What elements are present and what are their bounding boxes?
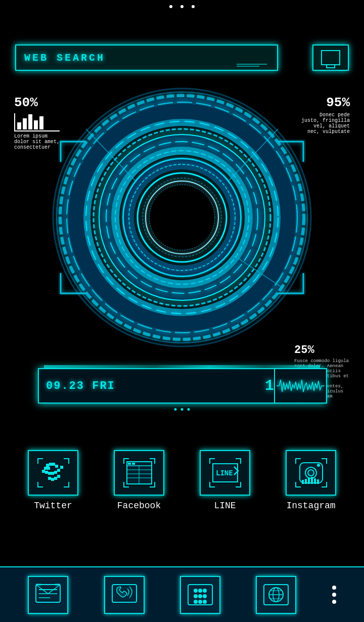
facebook-label: Facebook: [117, 501, 161, 511]
hud-circle: [35, 71, 329, 369]
svg-point-78: [198, 589, 202, 593]
line-label: LINE: [214, 501, 236, 511]
svg-rect-45: [57, 469, 60, 472]
svg-rect-69: [317, 479, 319, 484]
waveform-box: [274, 368, 327, 404]
svg-rect-66: [308, 478, 310, 484]
facebook-icon-box[interactable]: [114, 450, 164, 496]
svg-point-63: [308, 470, 314, 476]
app-item-line[interactable]: LINE LINE: [200, 450, 250, 511]
svg-rect-47: [57, 475, 60, 478]
more-dot-3: [332, 600, 336, 604]
svg-point-23: [161, 196, 203, 239]
svg-rect-44: [54, 471, 57, 474]
instagram-icon-box[interactable]: [286, 450, 336, 496]
svg-point-25: [149, 185, 215, 250]
svg-point-26: [143, 178, 221, 257]
svg-rect-42: [48, 472, 51, 475]
svg-rect-37: [55, 465, 58, 468]
twitter-label: Twitter: [34, 501, 72, 511]
dock-apps-button[interactable]: [180, 576, 220, 614]
clock-bar: 09.23 FRI 10:00: [38, 368, 326, 404]
status-bar: [169, 5, 195, 8]
svg-point-14: [115, 151, 249, 284]
clock-dots: [174, 408, 190, 411]
svg-rect-41: [45, 471, 48, 474]
status-dot-1: [169, 5, 172, 8]
svg-rect-64: [302, 480, 304, 484]
dock-browser-button[interactable]: [256, 576, 296, 614]
svg-point-82: [203, 594, 207, 598]
svg-point-85: [203, 600, 207, 604]
browser-icon: [263, 583, 289, 607]
svg-rect-49: [51, 478, 54, 481]
apps-grid-icon: [187, 583, 213, 607]
svg-rect-35: [49, 463, 52, 466]
svg-point-77: [194, 589, 198, 593]
line-icon: LINE: [209, 458, 242, 488]
app-item-facebook[interactable]: Facebook: [114, 450, 164, 511]
line-icon-box[interactable]: LINE: [200, 450, 250, 496]
svg-point-17: [129, 164, 235, 271]
date-display: 09.23 FRI: [46, 380, 265, 392]
dock-phone-button[interactable]: [104, 576, 145, 614]
messages-icon: [35, 583, 61, 607]
search-bar-decoration: [237, 64, 267, 67]
svg-rect-38: [44, 467, 47, 470]
svg-point-1: [53, 88, 311, 346]
svg-rect-36: [52, 463, 55, 466]
svg-rect-50: [48, 477, 51, 480]
svg-text:LINE: LINE: [216, 469, 233, 477]
search-bar[interactable]: WEB SEARCH: [15, 45, 278, 71]
search-bar-label: WEB SEARCH: [24, 52, 105, 64]
phone-icon: [111, 583, 138, 607]
dock-messages-button[interactable]: [28, 576, 68, 614]
app-item-instagram[interactable]: Instagram: [286, 450, 336, 511]
status-dot-2: [180, 5, 184, 8]
svg-point-22: [153, 188, 211, 247]
app-grid: Twitter Facebook: [0, 450, 364, 511]
app-item-twitter[interactable]: Twitter: [28, 450, 78, 511]
svg-rect-34: [46, 464, 49, 467]
svg-rect-46: [60, 466, 63, 469]
svg-rect-58: [132, 463, 135, 465]
svg-point-84: [198, 600, 202, 604]
svg-point-10: [94, 129, 270, 306]
svg-rect-65: [305, 479, 307, 484]
svg-point-20: [138, 173, 226, 262]
svg-point-21: [146, 181, 218, 254]
bottom-dock: [0, 566, 364, 622]
instagram-icon: [295, 458, 328, 488]
svg-rect-48: [54, 477, 57, 480]
twitter-icon-box[interactable]: [28, 450, 78, 496]
monitor-icon: [321, 50, 340, 65]
svg-point-24: [168, 203, 196, 232]
status-dot-3: [192, 5, 195, 8]
more-dot-2: [332, 593, 336, 597]
more-dot-1: [332, 586, 336, 590]
svg-rect-57: [128, 463, 131, 465]
dock-more-button[interactable]: [332, 586, 336, 604]
svg-rect-43: [51, 472, 54, 475]
twitter-icon: [37, 458, 70, 488]
svg-rect-67: [311, 477, 313, 484]
search-monitor-button[interactable]: [312, 45, 349, 71]
svg-rect-40: [42, 470, 45, 473]
svg-point-79: [203, 589, 207, 593]
waveform-svg: [277, 375, 325, 397]
svg-point-70: [317, 464, 320, 467]
instagram-label: Instagram: [286, 501, 335, 511]
svg-rect-68: [314, 478, 316, 484]
svg-point-83: [194, 600, 198, 604]
svg-rect-39: [47, 467, 50, 470]
svg-point-80: [194, 594, 198, 598]
facebook-icon: [123, 458, 156, 488]
svg-point-81: [198, 594, 202, 598]
